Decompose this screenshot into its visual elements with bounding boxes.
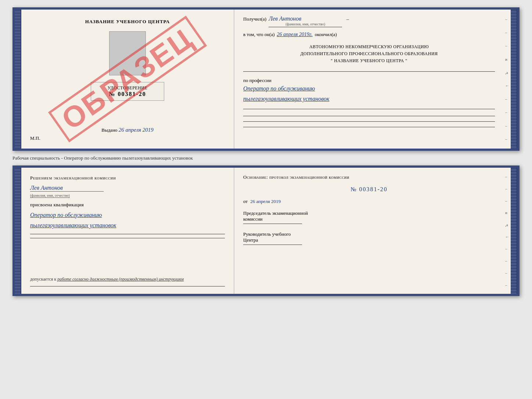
recipient-line: Получил(а) Лев Антонов (фамилия, имя, от… [243,15,495,27]
profession-line1: Оператор по обслуживанию [243,83,495,94]
date-value: 26 апреля 2019 [250,199,281,204]
bottom-dash-2 [30,238,225,238]
head-signature-line [243,245,302,245]
dash-line-1 [243,71,495,72]
received-prefix: Получил(а) [243,16,266,22]
fio-label-bottom: (фамилия, имя, отчество) [30,193,70,198]
dash-line-3 [243,116,495,116]
allowed-text-block: допускается к работе согласно должностны… [30,276,225,282]
mp-label: М.П. [30,135,40,141]
head-line2: Центра [243,237,495,243]
middle-specialty-label: Рабочая специальность - Оператор по обсл… [12,154,520,163]
allowed-prefix: допускается к [30,277,56,282]
chairman-line2: комиссии [243,216,495,222]
recipient-name: Лев Антонов [269,15,301,22]
qual-line2: пылегазоулавливающих установок [30,220,225,231]
bottom-left-page: Решением экзаменационной комиссии Лев Ан… [21,168,234,294]
document-container: НАЗВАНИЕ УЧЕБНОГО ЦЕНТРА ОБРАЗЕЦ УДОСТОВ… [12,7,520,296]
date-line-bottom: от 26 апреля 2019 [243,199,495,204]
org-line2: ДОПОЛНИТЕЛЬНОГО ПРОФЕССИОНАЛЬНОГО ОБРАЗО… [243,50,495,57]
date-prefix: от [243,199,248,204]
chairman-signature-line [243,224,302,224]
bottom-spine-left [15,168,21,294]
cert-label: УДОСТОВЕРЕНИЕ [96,85,159,91]
org-block: АВТОНОМНУЮ НЕКОММЕРЧЕСКУЮ ОРГАНИЗАЦИЮ ДО… [243,43,495,65]
dash-line-2 [243,109,495,109]
commission-decision-text: Решением экзаменационной комиссии [30,174,225,182]
bottom-right-marks: – – – и ,а ← – – – – [504,168,511,294]
in-that-prefix: в том, что он(а) [243,32,275,38]
issued-label: Выдано [101,127,117,133]
dash-line-4 [243,121,495,122]
name-underline-bottom [30,191,104,192]
bottom-person-name: Лев Антонов [30,185,225,191]
bottom-dash-3 [30,286,225,286]
assigned-qual-text: присвоена квалификация [30,202,225,208]
bottom-certificate-book: Решением экзаменационной комиссии Лев Ан… [12,165,520,296]
profession-prefix: по профессии [243,78,272,83]
bottom-dash-1 [30,234,225,234]
basis-text: Основание: протокол экзаменационной коми… [243,174,495,180]
top-certificate-book: НАЗВАНИЕ УЧЕБНОГО ЦЕНТРА ОБРАЗЕЦ УДОСТОВ… [12,7,520,151]
chairman-line1: Председатель экзаменационной [243,210,495,216]
cert-number-box: УДОСТОВЕРЕНИЕ № 00381-20 [91,82,164,101]
org-quote2: " [405,58,407,63]
book-spine-left [15,10,21,149]
org-line1: АВТОНОМНУЮ НЕКОММЕРЧЕСКУЮ ОРГАНИЗАЦИЮ [243,43,495,50]
dash-line-5 [243,127,495,127]
book-spine-right [511,10,517,149]
top-left-page: НАЗВАНИЕ УЧЕБНОГО ЦЕНТРА ОБРАЗЕЦ УДОСТОВ… [21,10,234,149]
org-quote1: " [331,58,332,63]
qual-line1: Оператор по обслуживанию [30,210,225,221]
school-name-header: НАЗВАНИЕ УЧЕБНОГО ЦЕНТРА [85,19,170,25]
issued-date: 26 апреля 2019 [119,127,154,133]
issued-line: Выдано 26 апреля 2019 [101,123,153,133]
chairman-block: Председатель экзаменационной комиссии [243,210,495,225]
recipient-name-container: Лев Антонов (фамилия, имя, отчество) [269,15,342,27]
protocol-number: № 00381-20 [243,186,495,193]
profession-block: по профессии Оператор по обслуживанию пы… [243,78,495,105]
completion-date: 26 апреля 2019г. [277,32,313,38]
photo-placeholder [109,31,146,75]
finished-label: окончил(а) [315,32,337,38]
org-name: НАЗВАНИЕ УЧЕБНОГО ЦЕНТРА [334,58,404,63]
head-line1: Руководитель учебного [243,231,495,237]
right-side-marks: – – – и ,а ← – – – – [504,10,511,149]
qualification-block: Оператор по обслуживанию пылегазоулавлив… [30,210,225,231]
allowed-italic-text: работе согласно должностным (производств… [57,277,184,282]
head-block: Руководитель учебного Центра [243,231,495,246]
cert-number: № 00381-20 [96,91,159,97]
bottom-spine-right [511,168,517,294]
bottom-right-page: Основание: протокол экзаменационной коми… [234,168,504,294]
person-name-bottom: Лев Антонов (фамилия, имя, отчество) [30,184,225,198]
date-completion-line: в том, что он(а) 26 апреля 2019г. окончи… [243,32,495,38]
fio-label-top: (фамилия, имя, отчество) [269,22,342,26]
profession-line2: пылегазоулавливающих установок [243,94,495,104]
org-name-line: " НАЗВАНИЕ УЧЕБНОГО ЦЕНТРА " [243,57,495,64]
top-right-page: Получил(а) Лев Антонов (фамилия, имя, от… [234,10,504,149]
